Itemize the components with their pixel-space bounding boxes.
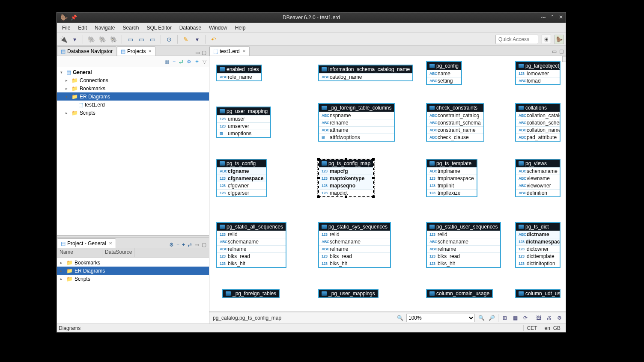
entity-pg_user_mapping[interactable]: pg_user_mapping123umuser123umserver⊞umop… [216, 107, 271, 138]
close-icon[interactable]: ✕ [148, 49, 152, 53]
entity-column[interactable]: ABCcheck_clause [427, 134, 483, 141]
entity-pg_statio_sys_sequences[interactable]: pg_statio_sys_sequences123relidABCschema… [318, 222, 391, 268]
collapse-all-button[interactable]: − [173, 59, 176, 65]
entity-pg_views[interactable]: pg_viewsABCschemanameABCviewnameABCviewo… [515, 159, 561, 197]
entity-header[interactable]: _pg_foreign_table_columns [319, 104, 394, 112]
entity-column[interactable]: ⊞umoptions [217, 130, 270, 137]
entity-_pg_user_mappings[interactable]: _pg_user_mappings [318, 289, 379, 298]
entity-column[interactable]: ABCschemaname [427, 238, 500, 245]
entity-pg_ts_template[interactable]: pg_ts_templateABCtmplname123tmplnamespac… [426, 159, 477, 197]
entity-column[interactable]: 123relid [319, 231, 390, 238]
close-icon[interactable]: ✕ [242, 49, 246, 53]
entity-column[interactable]: ABCcatalog_name [319, 73, 412, 80]
entity-column[interactable]: ABCpad_attribute [516, 134, 560, 141]
entity-column[interactable]: 123relid [427, 231, 500, 238]
zoom-out-icon[interactable]: 🔎 [488, 315, 495, 321]
zoom-in-icon[interactable]: 🔍 [477, 315, 485, 321]
entity-column[interactable]: ABCtmplname [427, 167, 477, 175]
tree-item[interactable]: ▾📁 ER Diagrams [57, 92, 209, 101]
entity-header[interactable]: pg_ts_template [427, 160, 477, 167]
entity-column[interactable]: ABCrelname [319, 245, 390, 252]
entity-header[interactable]: pg_ts_dict [516, 223, 560, 231]
sql-editor-button[interactable]: ▭ [125, 35, 135, 44]
tab-projects[interactable]: ▤Projects✕ [117, 46, 155, 56]
entity-column[interactable]: 123lomowner [516, 70, 560, 77]
minimize-editor-button[interactable]: ▭ [552, 48, 557, 54]
entity-column[interactable]: 123blks_read [427, 252, 500, 260]
entity-pg_largeobject_[interactable]: pg_largeobject_123lomownerABClomacl [515, 61, 561, 85]
tab-erd-editor[interactable]: ⬚test1.erd✕ [209, 46, 250, 56]
entity-information_schema_catalog_name[interactable]: information_schema_catalog_nameABCcatalo… [318, 65, 413, 81]
maximize-editor-button[interactable]: ▢ [559, 48, 564, 54]
entity-column[interactable]: ABCcollation_schem [516, 119, 560, 126]
tree-item-general[interactable]: ▾▤ General [57, 68, 209, 76]
layout-icon[interactable]: ⊞ [501, 315, 509, 321]
entity-column[interactable]: 123tmpllexize [427, 189, 477, 196]
resize-handle[interactable] [317, 196, 320, 198]
palette-handle[interactable] [562, 56, 566, 62]
entity-header[interactable]: collations [516, 104, 560, 112]
rollback-button[interactable]: ✎ [181, 35, 191, 44]
entity-column[interactable]: 123dictinitoption [516, 260, 560, 267]
collapse-icon[interactable]: − [176, 242, 179, 248]
grid-icon[interactable]: ▦ [511, 315, 519, 321]
close-button[interactable]: ✕ [559, 14, 563, 21]
minimize-view-button[interactable]: ▭ [195, 50, 200, 56]
entity-header[interactable]: information_schema_catalog_name [319, 65, 412, 73]
menu-edit[interactable]: Edit [75, 24, 90, 32]
view-menu-button[interactable]: ▽ [203, 59, 206, 65]
link-icon[interactable]: ⇄ [188, 242, 192, 248]
entity-column[interactable]: 123maptokentype [319, 175, 373, 182]
entity-header[interactable]: _pg_foreign_tables [223, 290, 279, 297]
menu-file[interactable]: File [59, 24, 74, 32]
quick-access-input[interactable] [495, 35, 538, 44]
resize-handle[interactable] [317, 177, 320, 179]
entity-header[interactable]: pg_ts_config [217, 160, 266, 167]
entity-column[interactable]: ABCname [427, 70, 461, 77]
entity-column[interactable]: 123dicttemplate [516, 252, 560, 260]
entity-column[interactable]: ABCsetting [427, 77, 461, 84]
entity-header[interactable]: pg_config [427, 62, 461, 70]
entity-column[interactable]: 123blks_read [217, 252, 286, 260]
minimize-view-button[interactable]: ▭ [194, 242, 199, 248]
entity-column[interactable]: 123blks_hit [319, 260, 390, 267]
tree-item[interactable]: ▸📁 Bookmarks [57, 84, 209, 92]
menu-window[interactable]: Window [206, 24, 231, 32]
entity-column[interactable]: ABCviewname [516, 175, 560, 182]
print-icon[interactable]: 🖨 [545, 315, 553, 321]
settings-icon[interactable]: ⚙ [555, 315, 563, 321]
entity-_pg_foreign_table_columns[interactable]: _pg_foreign_table_columnsABCnspnameABCre… [318, 103, 395, 142]
entity-column[interactable]: 123dictowner [516, 245, 560, 252]
tree-item[interactable]: ▸📁 Bookmarks [57, 258, 209, 267]
entity-column[interactable]: ABCconstraint_catalog [427, 112, 483, 119]
tab-database-navigator[interactable]: ▤Database Navigator [57, 46, 116, 56]
entity-column[interactable]: 123blks_read [319, 252, 390, 260]
entity-column[interactable]: 123blks_hit [427, 260, 500, 267]
entity-_pg_foreign_tables[interactable]: _pg_foreign_tables [222, 289, 280, 298]
menu-help[interactable]: Help [232, 24, 249, 32]
entity-collations[interactable]: collationsABCcollation_cataloABCcollatio… [515, 103, 561, 142]
entity-header[interactable]: pg_statio_sys_sequences [319, 223, 390, 231]
connect-button[interactable]: 🐘 [86, 35, 96, 44]
refresh-button[interactable]: ✦ [195, 59, 199, 65]
search-icon[interactable]: 🔍 [396, 315, 404, 321]
entity-header[interactable]: pg_statio_all_sequences [217, 223, 286, 231]
maximize-button[interactable]: ⌃ [550, 14, 555, 21]
tree-item[interactable]: ⬚ test1.erd [57, 101, 209, 109]
add-icon[interactable]: + [182, 242, 185, 248]
entity-column[interactable]: 123blks_hit [217, 260, 286, 267]
undo-button[interactable]: ↶ [209, 35, 218, 44]
entity-column[interactable]: 123cfgparser [217, 189, 266, 196]
dropdown-icon[interactable]: ▾ [192, 35, 202, 44]
entity-column[interactable]: 123umserver [217, 122, 270, 130]
entity-enabled_roles[interactable]: enabled_rolesABCrole_name [216, 65, 262, 81]
erd-canvas[interactable]: enabled_rolesABCrole_nameinformation_sch… [209, 56, 566, 312]
tree-item[interactable]: ▸📁 Connections [57, 76, 209, 84]
entity-pg_ts_config[interactable]: pg_ts_configABCcfgname123cfgnamespace123… [216, 159, 267, 197]
sql-script-button[interactable]: ▭ [137, 35, 146, 44]
entity-header[interactable]: pg_user_mapping [217, 107, 270, 115]
entity-column[interactable]: 123tmplinit [427, 182, 477, 189]
maximize-view-button[interactable]: ▢ [202, 242, 206, 248]
entity-column[interactable]: 123cfgnamespace [217, 175, 266, 182]
commit-button[interactable]: ⊙ [164, 35, 174, 44]
